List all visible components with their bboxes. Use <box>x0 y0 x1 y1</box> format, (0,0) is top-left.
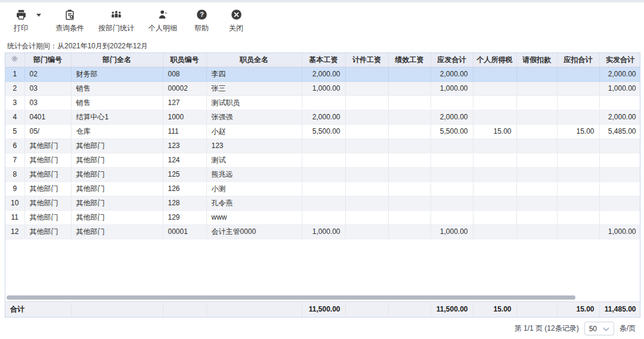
cell[interactable]: 2,000.00 <box>599 67 640 81</box>
cell[interactable] <box>345 181 388 196</box>
cell[interactable] <box>473 95 516 110</box>
cell[interactable]: 03 <box>24 81 71 95</box>
cell[interactable] <box>388 210 431 224</box>
cell[interactable] <box>345 196 388 210</box>
column-header[interactable]: 请假扣款 <box>516 53 557 67</box>
cell[interactable]: 其他部门 <box>24 181 71 196</box>
cell[interactable]: 123 <box>206 138 302 153</box>
cell[interactable]: 125 <box>163 167 206 181</box>
column-header[interactable]: 计件工资 <box>345 53 388 67</box>
cell[interactable]: 测试 <box>206 153 302 167</box>
cell[interactable] <box>431 210 473 224</box>
cell[interactable]: 其他部门 <box>71 167 163 181</box>
cell[interactable] <box>599 210 640 224</box>
cell[interactable] <box>473 110 516 124</box>
cell[interactable] <box>302 138 345 153</box>
cell[interactable]: 其他部门 <box>24 196 71 210</box>
cell[interactable]: 小赵 <box>206 124 302 138</box>
cell[interactable]: 05/ <box>24 124 71 138</box>
cell[interactable]: 00001 <box>163 224 206 239</box>
cell[interactable] <box>345 224 388 239</box>
print-dropdown-caret-icon[interactable] <box>36 14 41 17</box>
cell[interactable] <box>431 153 473 167</box>
cell[interactable] <box>302 167 345 181</box>
cell[interactable] <box>516 124 557 138</box>
cell[interactable] <box>473 181 516 196</box>
cell[interactable] <box>557 196 599 210</box>
cell[interactable] <box>345 67 388 81</box>
column-header[interactable]: 部门编号 <box>24 53 71 67</box>
cell[interactable] <box>516 95 557 110</box>
print-button[interactable]: 打印 <box>11 8 31 33</box>
cell[interactable] <box>388 95 431 110</box>
cell[interactable] <box>388 196 431 210</box>
cell[interactable] <box>345 81 388 95</box>
cell[interactable]: 其他部门 <box>71 210 163 224</box>
horizontal-scrollbar[interactable] <box>7 295 639 300</box>
cell[interactable] <box>599 181 640 196</box>
column-header[interactable]: 基本工资 <box>302 53 345 67</box>
table-row[interactable]: 6其他部门其他部门123123 <box>5 138 640 153</box>
cell[interactable] <box>516 81 557 95</box>
query-conditions-button[interactable]: 查询条件 <box>55 8 84 33</box>
cell[interactable]: 其他部门 <box>71 196 163 210</box>
cell[interactable]: 126 <box>163 181 206 196</box>
cell[interactable]: 其他部门 <box>71 138 163 153</box>
scrollbar-thumb[interactable] <box>7 295 575 300</box>
cell[interactable]: 5,500.00 <box>302 124 345 138</box>
cell[interactable]: 张强强 <box>206 110 302 124</box>
cell[interactable]: 123 <box>163 138 206 153</box>
cell[interactable]: 15.00 <box>473 124 516 138</box>
table-row[interactable]: 10其他部门其他部门128孔令燕 <box>5 196 640 210</box>
cell[interactable]: 0401 <box>24 110 71 124</box>
cell[interactable] <box>473 153 516 167</box>
cell[interactable]: 小测 <box>206 181 302 196</box>
cell[interactable] <box>516 167 557 181</box>
cell[interactable] <box>557 81 599 95</box>
cell[interactable] <box>557 95 599 110</box>
table-row[interactable]: 12其他部门其他部门00001会计主管00001,000.001,000.001… <box>5 224 640 239</box>
cell[interactable]: 其他部门 <box>71 224 163 239</box>
cell[interactable] <box>431 181 473 196</box>
column-header[interactable]: 个人所得税 <box>473 53 516 67</box>
cell[interactable] <box>345 124 388 138</box>
cell[interactable] <box>473 196 516 210</box>
cell[interactable] <box>516 210 557 224</box>
cell[interactable]: 结算中心1 <box>71 110 163 124</box>
cell[interactable]: 其他部门 <box>71 153 163 167</box>
cell[interactable] <box>345 210 388 224</box>
cell[interactable] <box>345 110 388 124</box>
cell[interactable] <box>431 196 473 210</box>
cell[interactable] <box>473 138 516 153</box>
cell[interactable]: 孔令燕 <box>206 196 302 210</box>
cell[interactable]: 会计主管0000 <box>206 224 302 239</box>
cell[interactable] <box>557 110 599 124</box>
gear-icon[interactable] <box>10 57 19 65</box>
cell[interactable]: 1,000.00 <box>302 224 345 239</box>
column-header[interactable]: 应扣合计 <box>557 53 599 67</box>
cell[interactable] <box>302 181 345 196</box>
cell[interactable] <box>388 167 431 181</box>
column-settings-header[interactable] <box>5 53 24 67</box>
cell[interactable]: 111 <box>163 124 206 138</box>
cell[interactable]: 熊兆远 <box>206 167 302 181</box>
column-header[interactable]: 实发合计 <box>599 53 640 67</box>
cell[interactable] <box>388 110 431 124</box>
cell[interactable]: 1,000.00 <box>431 81 473 95</box>
table-row[interactable]: 8其他部门其他部门125熊兆远 <box>5 167 640 181</box>
cell[interactable] <box>599 167 640 181</box>
cell[interactable]: 03 <box>24 95 71 110</box>
person-detail-button[interactable]: 个人明细 <box>148 8 177 33</box>
cell[interactable]: 2,000.00 <box>431 67 473 81</box>
cell[interactable] <box>516 181 557 196</box>
cell[interactable]: 1,000.00 <box>431 224 473 239</box>
department-stats-button[interactable]: 按部门统计 <box>98 8 134 33</box>
cell[interactable]: 5,485.00 <box>599 124 640 138</box>
column-header[interactable]: 应发合计 <box>431 53 473 67</box>
cell[interactable]: 李四 <box>206 67 302 81</box>
cell[interactable] <box>473 81 516 95</box>
cell[interactable]: 其他部门 <box>24 210 71 224</box>
cell[interactable] <box>388 224 431 239</box>
cell[interactable]: 2,000.00 <box>302 67 345 81</box>
cell[interactable] <box>302 95 345 110</box>
